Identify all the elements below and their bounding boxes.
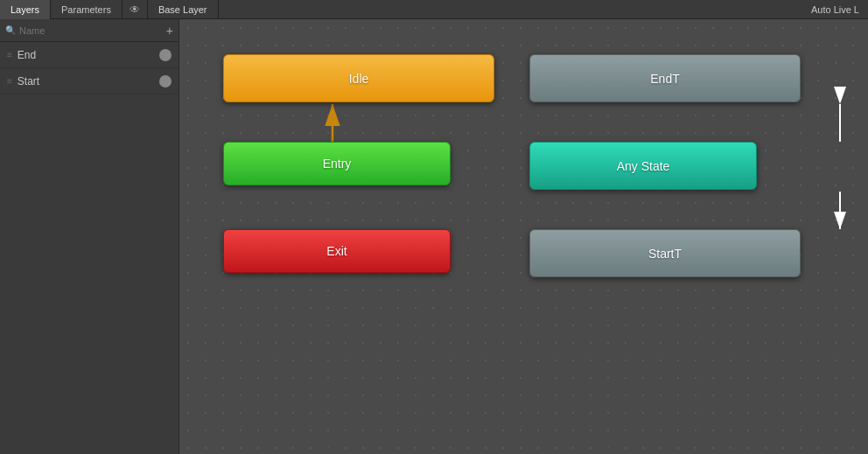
node-anystate[interactable]: Any State [529,142,757,190]
node-entry[interactable]: Entry [223,142,451,185]
tab-layers[interactable]: Layers [0,0,51,19]
sidebar-item-start[interactable]: ≡ Start [0,68,178,94]
node-exit[interactable]: Exit [223,229,451,273]
sidebar-item-end[interactable]: ≡ End [0,42,178,68]
search-input[interactable] [19,25,163,36]
main-layout: 🔍 + ≡ End ≡ Start [0,19,868,454]
node-startt[interactable]: StartT [529,229,801,277]
top-bar: Layers Parameters 👁 Base Layer Auto Live… [0,0,868,19]
node-idle-label: Idle [349,72,369,86]
sidebar-item-label-end: End [18,49,159,61]
eye-icon[interactable]: 👁 [122,0,148,19]
node-anystate-label: Any State [617,159,670,173]
add-button[interactable]: + [166,24,173,38]
base-layer-label: Base Layer [148,0,219,19]
drag-icon-start: ≡ [7,76,12,86]
sidebar: 🔍 + ≡ End ≡ Start [0,19,179,454]
node-startt-label: StartT [648,247,682,261]
drag-icon-end: ≡ [7,50,12,59]
search-icon: 🔍 [5,25,16,35]
sidebar-search-bar: 🔍 + [0,19,178,42]
node-endt[interactable]: EndT [529,54,801,102]
tab-parameters[interactable]: Parameters [51,0,122,19]
node-endt-label: EndT [650,72,679,86]
sidebar-item-label-start: Start [18,75,159,87]
node-entry-label: Entry [323,157,352,171]
auto-live-label: Auto Live L [802,4,868,15]
item-circle-end [159,49,172,61]
canvas-area: Idle Entry Exit EndT Any State StartT [179,19,868,454]
node-exit-label: Exit [326,244,346,258]
node-idle[interactable]: Idle [223,54,494,102]
item-circle-start [159,75,172,87]
